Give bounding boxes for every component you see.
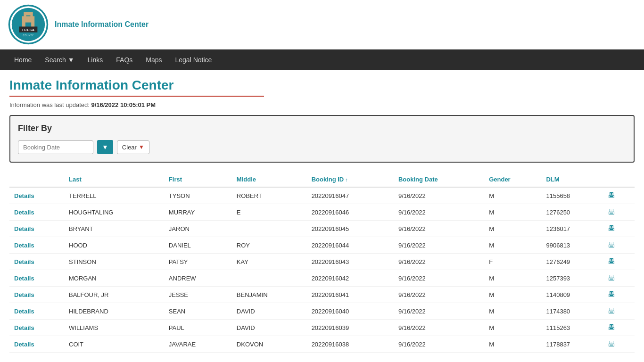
last-name-cell: HILDEBRAND (64, 303, 164, 320)
middle-name-cell: DAVID (232, 320, 307, 336)
booking-date-cell: 9/16/2022 (394, 204, 484, 221)
col-booking-id[interactable]: Booking ID (307, 172, 394, 187)
print-icon[interactable]: 🖶 (608, 340, 615, 348)
details-link[interactable]: Details (14, 275, 34, 282)
details-link[interactable]: Details (14, 242, 34, 249)
print-icon[interactable]: 🖶 (608, 224, 615, 232)
dlm-cell: 1115263 (541, 320, 603, 336)
details-cell: Details (9, 187, 64, 204)
col-gender[interactable]: Gender (484, 172, 541, 187)
print-icon[interactable]: 🖶 (608, 290, 615, 298)
nav-search[interactable]: Search ▼ (38, 49, 81, 70)
middle-name-cell: E (232, 204, 307, 221)
print-cell: 🖶 (603, 287, 635, 303)
print-icon[interactable]: 🖶 (608, 274, 615, 282)
table-row: Details MORGAN ANDREW 20220916042 9/16/2… (9, 270, 635, 287)
print-icon[interactable]: 🖶 (608, 257, 615, 265)
svg-text:TULSA: TULSA (22, 28, 35, 32)
booking-id-cell: 20220916041 (307, 287, 394, 303)
dlm-cell: 1257393 (541, 270, 603, 287)
dlm-cell: 1155658 (541, 187, 603, 204)
filter-box: Filter By ▼ Clear ▼ (9, 115, 635, 163)
details-link[interactable]: Details (14, 258, 34, 265)
gender-cell: M (484, 270, 541, 287)
col-first[interactable]: First (164, 172, 232, 187)
details-cell: Details (9, 320, 64, 336)
booking-date-cell: 9/16/2022 (394, 336, 484, 353)
last-updated-info: Information was last updated: 9/16/2022 … (9, 101, 635, 108)
last-name-cell: HOUGHTALING (64, 204, 164, 221)
booking-id-cell: 20220916045 (307, 221, 394, 237)
last-name-cell: COIT (64, 336, 164, 353)
first-name-cell: ANDREW (164, 270, 232, 287)
page-title: Inmate Information Center (9, 78, 635, 93)
gender-cell: F (484, 254, 541, 270)
table-row: Details WILLIAMS PAUL DAVID 20220916039 … (9, 320, 635, 336)
middle-name-cell: ROBERT (232, 187, 307, 204)
print-icon[interactable]: 🖶 (608, 307, 615, 315)
details-link[interactable]: Details (14, 308, 34, 315)
details-link[interactable]: Details (14, 341, 34, 348)
nav-home[interactable]: Home (8, 49, 38, 70)
middle-name-cell (232, 221, 307, 237)
gender-cell: M (484, 287, 541, 303)
col-booking-date[interactable]: Booking Date (394, 172, 484, 187)
chevron-down-icon: ▼ (68, 49, 74, 70)
gender-cell: M (484, 336, 541, 353)
site-title: Inmate Information Center (55, 20, 149, 29)
nav-maps[interactable]: Maps (139, 49, 168, 70)
clear-button-label: Clear (122, 144, 137, 151)
details-cell: Details (9, 287, 64, 303)
booking-date-cell: 9/16/2022 (394, 303, 484, 320)
booking-date-cell: 9/16/2022 (394, 221, 484, 237)
booking-id-cell: 20220916042 (307, 270, 394, 287)
table-header: Last First Middle Booking ID Booking Dat… (9, 172, 635, 187)
print-cell: 🖶 (603, 254, 635, 270)
filter-row: ▼ Clear ▼ (18, 140, 626, 154)
col-last[interactable]: Last (64, 172, 164, 187)
nav-legal-notice[interactable]: Legal Notice (169, 49, 219, 70)
first-name-cell: JAVARAE (164, 336, 232, 353)
print-icon[interactable]: 🖶 (608, 323, 615, 331)
table-row: Details STINSON PATSY KAY 20220916043 9/… (9, 254, 635, 270)
filter-title: Filter By (18, 123, 626, 133)
booking-date-input[interactable] (18, 140, 93, 154)
booking-id-cell: 20220916038 (307, 336, 394, 353)
gender-cell: M (484, 237, 541, 254)
last-name-cell: WILLIAMS (64, 320, 164, 336)
last-name-cell: HOOD (64, 237, 164, 254)
col-dlm[interactable]: DLM (541, 172, 603, 187)
details-link[interactable]: Details (14, 225, 34, 232)
print-cell: 🖶 (603, 204, 635, 221)
booking-date-cell: 9/16/2022 (394, 287, 484, 303)
dlm-cell: 1178837 (541, 336, 603, 353)
clear-button[interactable]: Clear ▼ (117, 140, 149, 154)
print-cell: 🖶 (603, 221, 635, 237)
filter-button[interactable]: ▼ (97, 140, 113, 154)
middle-name-cell: ROY (232, 237, 307, 254)
gender-cell: M (484, 221, 541, 237)
print-icon[interactable]: 🖶 (608, 208, 615, 216)
nav-faqs[interactable]: FAQs (109, 49, 139, 70)
filter-icon: ▼ (102, 143, 108, 151)
last-name-cell: TERRELL (64, 187, 164, 204)
print-icon[interactable]: 🖶 (608, 241, 615, 249)
middle-name-cell: KAY (232, 254, 307, 270)
middle-name-cell: BENJAMIN (232, 287, 307, 303)
details-link[interactable]: Details (14, 291, 34, 298)
first-name-cell: DANIEL (164, 237, 232, 254)
col-print (603, 172, 635, 187)
col-middle[interactable]: Middle (232, 172, 307, 187)
details-link[interactable]: Details (14, 192, 34, 199)
print-icon[interactable]: 🖶 (608, 191, 615, 199)
details-link[interactable]: Details (14, 209, 34, 216)
details-link[interactable]: Details (14, 324, 34, 331)
middle-name-cell (232, 270, 307, 287)
last-name-cell: BALFOUR, JR (64, 287, 164, 303)
print-cell: 🖶 (603, 270, 635, 287)
inmates-table: Last First Middle Booking ID Booking Dat… (9, 172, 635, 353)
heading-divider (9, 96, 264, 97)
booking-id-cell: 20220916039 (307, 320, 394, 336)
nav-links[interactable]: Links (81, 49, 110, 70)
page-content: Inmate Information Center Information wa… (0, 70, 644, 360)
